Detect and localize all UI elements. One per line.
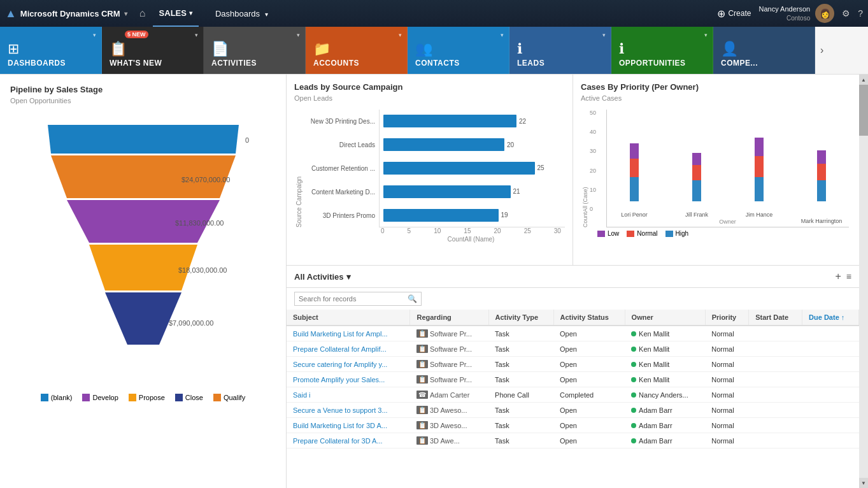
legend-develop: Develop [82, 394, 118, 401]
sidebar-item-dashboards[interactable]: ⊞ DASHBOARDS ▾ [0, 27, 102, 74]
module-selector[interactable]: SALES ▾ [153, 0, 199, 27]
legend-close: Close [175, 394, 203, 401]
right-content: Leads by Source Campaign Open Leads Sour… [287, 75, 859, 488]
bar-label-1: Direct Leads [303, 141, 375, 149]
bar-group-jill: Jill Frank [669, 125, 724, 201]
menu-scroll-right[interactable]: › [815, 27, 829, 74]
accounts-label: ACCOUNTS [313, 59, 359, 68]
bar-row-3: 21 [383, 185, 565, 198]
cell-regarding: ☎ Adam Carter [410, 387, 488, 403]
cell-owner: Ken Mallit [625, 341, 705, 357]
bar-label-4: 3D Printers Promo [303, 212, 375, 220]
gear-icon[interactable]: ⚙ [842, 8, 850, 18]
opportunities-chevron: ▾ [704, 32, 708, 38]
brand-icon: ▲ [5, 7, 17, 20]
brand-name: Microsoft Dynamics CRM [20, 9, 120, 18]
brand-logo[interactable]: ▲ Microsoft Dynamics CRM ▾ [5, 7, 132, 20]
scroll-down-button[interactable]: ▼ [859, 478, 868, 488]
contacts-label: CONTACTS [415, 59, 460, 68]
svg-text:0: 0 [245, 136, 249, 144]
search-input[interactable] [299, 295, 408, 303]
activities-table-wrapper: Subject Regarding Activity Type Activity… [287, 310, 859, 449]
bar-row-1: 20 [383, 138, 565, 151]
cell-priority: Normal [705, 341, 748, 357]
user-profile: Nancy Anderson Contoso 👩 [758, 4, 834, 23]
cases-chart-title: Cases By Priority (Per Owner) [581, 82, 851, 92]
cell-owner: Nancy Anders... [625, 387, 705, 403]
cases-chart-panel: Cases By Priority (Per Owner) Active Cas… [573, 75, 859, 265]
cell-status: Open [553, 357, 625, 372]
create-button[interactable]: ⊕ Create [717, 8, 751, 20]
avatar[interactable]: 👩 [815, 4, 834, 23]
search-bar: 🔍 [294, 292, 422, 306]
col-priority[interactable]: Priority [705, 310, 748, 326]
create-icon: ⊕ [717, 8, 725, 20]
activities-chevron: ▾ [297, 32, 300, 38]
cell-status: Open [553, 372, 625, 387]
search-icon[interactable]: 🔍 [408, 294, 417, 303]
sidebar-item-competitors[interactable]: 👤 COMPE... [713, 27, 815, 74]
cell-priority: Normal [705, 372, 748, 387]
dashboards-icon: ⊞ [8, 42, 19, 56]
col-subject[interactable]: Subject [287, 310, 410, 326]
cell-regarding: 📋 3D Awe... [410, 433, 488, 449]
module-label: SALES [159, 8, 187, 18]
section-chevron: ▾ [265, 11, 268, 18]
col-start[interactable]: Start Date [749, 310, 802, 326]
bar-label-0: New 3D Printing Des... [303, 118, 375, 126]
bar-row-2: 25 [383, 162, 565, 175]
col-regarding[interactable]: Regarding [410, 310, 488, 326]
sidebar-item-activities[interactable]: 📄 ACTIVITIES ▾ [204, 27, 306, 74]
activities-table-body: Build Marketing List for Ampl... 📋 Softw… [287, 326, 859, 449]
table-row: Build Marketing List for 3D A... 📋 3D Aw… [287, 418, 859, 433]
cell-regarding: 📋 Software Pr... [410, 372, 488, 387]
funnel-svg: 0 $24,070,000.00 $11,830,000.00 $18,030,… [35, 118, 252, 386]
cell-start [749, 341, 802, 357]
leads-x-axis-label: 051015202530 CountAll (Name) [294, 227, 565, 243]
cell-regarding: 📋 Software Pr... [410, 341, 488, 357]
table-header-row: Subject Regarding Activity Type Activity… [287, 310, 859, 326]
cell-priority: Normal [705, 326, 748, 341]
activities-section: All Activities ▾ + ≡ 🔍 Subject Regar [287, 266, 859, 488]
help-icon[interactable]: ? [858, 8, 863, 18]
sidebar-item-whats-new[interactable]: 📋 WHAT'S NEW ▾ 5 NEW [102, 27, 204, 74]
col-status[interactable]: Activity Status [553, 310, 625, 326]
cell-start [749, 387, 802, 403]
user-name: Nancy Anderson [758, 4, 810, 13]
add-activity-button[interactable]: + [835, 271, 841, 282]
scroll-up-button[interactable]: ▲ [859, 75, 868, 85]
cell-status: Open [553, 418, 625, 433]
table-row: Said i ☎ Adam Carter Phone Call Complete… [287, 387, 859, 403]
cell-due [802, 341, 859, 357]
brand-chevron[interactable]: ▾ [124, 10, 127, 17]
activities-label: ACTIVITIES [211, 59, 257, 68]
cell-due [802, 372, 859, 387]
cell-owner: Adam Barr [625, 418, 705, 433]
col-type[interactable]: Activity Type [488, 310, 553, 326]
sidebar-item-contacts[interactable]: 👥 CONTACTS ▾ [408, 27, 509, 74]
opportunities-icon: ℹ [619, 42, 624, 56]
sidebar-item-accounts[interactable]: 📁 ACCOUNTS ▾ [306, 27, 408, 74]
activities-table: Subject Regarding Activity Type Activity… [287, 310, 859, 449]
view-toggle-button[interactable]: ≡ [846, 271, 851, 282]
cell-status: Open [553, 341, 625, 357]
sidebar-item-opportunities[interactable]: ℹ OPPORTUNITIES ▾ [611, 27, 713, 74]
cell-due [802, 357, 859, 372]
table-row: Build Marketing List for Ampl... 📋 Softw… [287, 326, 859, 341]
cell-type: Task [488, 326, 553, 341]
scrollbar-thumb[interactable] [859, 85, 868, 136]
sidebar-item-leads[interactable]: ℹ LEADS ▾ [509, 27, 611, 74]
table-row: Secure catering for Amplify y... 📋 Softw… [287, 357, 859, 372]
col-owner[interactable]: Owner [625, 310, 705, 326]
section-label[interactable]: Dashboards ▾ [209, 9, 274, 18]
col-due[interactable]: Due Date ↑ [802, 310, 859, 326]
cell-subject: Prepare Collateral for Amplif... [287, 341, 410, 357]
svg-text:$7,090,000.00: $7,090,000.00 [169, 319, 213, 327]
home-button[interactable]: ⌂ [132, 3, 153, 24]
cases-chart-subtitle: Active Cases [581, 94, 851, 102]
activities-chevron[interactable]: ▾ [346, 272, 351, 282]
whats-new-label: WHAT'S NEW [110, 59, 162, 68]
cell-owner: Ken Mallit [625, 326, 705, 341]
charts-row: Leads by Source Campaign Open Leads Sour… [287, 75, 859, 266]
cases-y-axis-label: CountAll (Case) [581, 110, 590, 227]
